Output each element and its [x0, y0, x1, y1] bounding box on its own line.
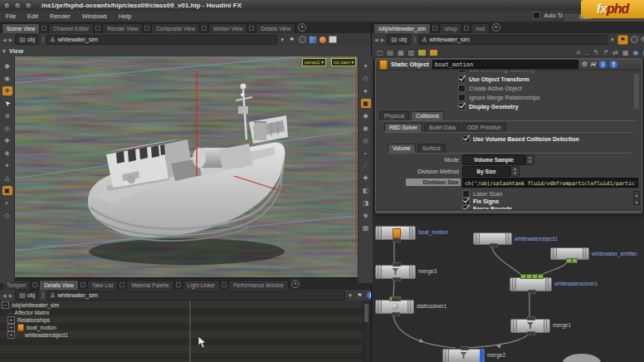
node-whitewatersolver1[interactable]: whitewatersolver1 [510, 277, 552, 291]
snap-points-icon[interactable]: ◇ [361, 74, 371, 83]
nav-forward-icon[interactable]: ▶ [381, 37, 385, 42]
tab-details-view-bottom[interactable]: Details View [39, 280, 79, 290]
node-right-cap[interactable] [409, 266, 415, 278]
scale-tool-icon[interactable]: ✚ [2, 136, 12, 145]
netview-jump-up-icon[interactable]: ↰ [593, 49, 599, 56]
node-staticsolver1[interactable]: staticsolver1 [375, 300, 414, 314]
tree-item-boat-motion[interactable]: + boat_motion [7, 324, 56, 331]
mode-dropdown[interactable]: Volume Sample [462, 154, 525, 165]
folder-new-icon[interactable] [418, 50, 426, 56]
snap-prims-icon[interactable]: ◆ [361, 111, 371, 120]
sculpt-tool-icon[interactable]: ▣ [2, 186, 12, 195]
snap-plus-icon[interactable]: ✚ [361, 174, 371, 183]
parameter-header[interactable]: Static Object ⚙ H i ? [376, 59, 642, 71]
info-icon[interactable]: i [599, 61, 607, 68]
expander-icon[interactable]: + [7, 331, 15, 339]
tab-performance-monitor[interactable]: Performance Monitor [228, 280, 289, 290]
snap-multi-icon[interactable]: ● [361, 86, 371, 95]
gear-icon[interactable]: ⚙ [582, 61, 588, 68]
window-close-button[interactable] [3, 2, 11, 9]
checkbox[interactable] [458, 94, 466, 101]
division-size-input[interactable] [462, 178, 638, 188]
tab-shop[interactable]: /shop [439, 23, 462, 33]
param-create-active-object[interactable]: Create Active Object [458, 85, 522, 92]
nav-back-icon[interactable]: ◀ [374, 37, 378, 42]
param-ignore-merge-relationships[interactable]: Ignore Merge Relationships [458, 94, 540, 101]
tab-render-view[interactable]: Render View [102, 23, 143, 33]
link-icon[interactable] [299, 36, 306, 43]
add-tab-icon[interactable]: + [291, 280, 300, 288]
checkbox[interactable] [458, 71, 466, 73]
menu-help[interactable]: Help [113, 11, 137, 22]
node-whitewaterobject1[interactable]: whitewaterobject1 [473, 232, 512, 245]
node-input-connector[interactable] [527, 316, 535, 320]
node-output-connector[interactable] [490, 243, 498, 247]
collapse-icon[interactable]: ▾ [361, 61, 371, 71]
folder-icon[interactable] [430, 50, 437, 56]
node-input-connector[interactable] [392, 297, 400, 301]
tab-obj-whitewater-sim[interactable]: /obj/whitewater_sim [373, 23, 431, 33]
path-dropdown-icon[interactable]: ▼ [348, 293, 353, 298]
menu-file[interactable]: File [0, 11, 22, 22]
parameter-scrollbar[interactable]: ▲ ▼ [633, 72, 640, 205]
shade-left-icon[interactable]: ◧ [361, 186, 371, 195]
tree-item-affector-matrix[interactable]: ─ Affector Matrix [8, 309, 49, 316]
param-display-geometry[interactable]: Display Geometry [458, 103, 519, 110]
handles-tool-icon[interactable]: ◬ [2, 174, 12, 183]
param-use-deforming-geometry[interactable]: Use Deforming Geometry [458, 71, 534, 73]
tab-out[interactable]: /out [471, 23, 490, 33]
snap-centers-icon[interactable]: ◉ [361, 124, 371, 133]
snap-tool-icon[interactable]: ✦ [2, 161, 12, 170]
select-tool-icon[interactable]: ➤ [0, 96, 13, 110]
view-tool-icon[interactable]: ✛ [2, 86, 12, 95]
link-icon[interactable] [631, 36, 638, 43]
tab-ode-primitive[interactable]: ODE Primitive [462, 123, 506, 132]
shade-right-icon[interactable]: ◨ [361, 198, 371, 208]
path-root-chip[interactable]: ▤obj [15, 34, 39, 45]
checkbox[interactable] [458, 103, 466, 110]
node-name-input[interactable] [432, 60, 578, 69]
scrollbar-thumb[interactable] [634, 74, 639, 109]
path-root-chip[interactable]: ▤obj [387, 34, 411, 45]
node-input-connector[interactable] [461, 346, 469, 350]
node-right-cap[interactable] [409, 227, 415, 239]
shade-diamond-icon[interactable]: ◈ [361, 211, 371, 220]
snap-edge-icon[interactable]: ∕ [361, 161, 371, 170]
viewport-3d-canvas[interactable] [0, 56, 372, 278]
display-shaded-icon[interactable] [320, 37, 326, 43]
auto-takes-checkbox[interactable] [533, 12, 540, 19]
path-node-field[interactable]: ♙ whitewater_sim [46, 35, 277, 45]
details-column-divider[interactable] [189, 301, 191, 362]
netview-gridsnap-icon[interactable]: ▦ [622, 49, 629, 56]
tree-item-whitewaterobject1[interactable]: + whitewaterobject1 [7, 331, 68, 339]
netview-more-icon[interactable]: ‥ [584, 49, 588, 56]
tab-collisions[interactable]: Collisions [411, 111, 444, 120]
no-cam-badge[interactable]: no cam ▾ [331, 58, 356, 66]
translate-tool-icon[interactable]: ⊕ [2, 111, 12, 120]
tab-rbd-solver[interactable]: RBD Solver [384, 123, 422, 132]
tab-composite-view[interactable]: Composite View [151, 23, 200, 33]
param-use-object-transform[interactable]: Use Object Transform [458, 76, 529, 83]
pane-type-icon[interactable]: ▾ [2, 47, 6, 55]
node-right-cap[interactable] [545, 278, 551, 291]
checkbox[interactable] [458, 85, 466, 92]
node-right-cap[interactable] [544, 320, 549, 332]
nav-forward-icon[interactable]: ▶ [9, 37, 13, 42]
mode-spinner[interactable]: ▲▼ [525, 154, 534, 165]
path-node-field[interactable]: ♙ whitewater_sim [418, 35, 607, 45]
node-right-cap[interactable] [407, 301, 413, 313]
scroll-up-icon[interactable]: ▲ [633, 191, 640, 198]
netview-detail-icon[interactable]: ▨ [408, 49, 415, 56]
display-geometry-icon[interactable] [309, 36, 317, 44]
menu-edit[interactable]: Edit [22, 11, 44, 22]
node-right-cap[interactable] [505, 233, 511, 244]
rotate-tool-icon[interactable]: ◎ [2, 124, 12, 133]
tab-take-list[interactable]: Take List [87, 280, 119, 290]
nav-forward-icon[interactable]: ▶ [9, 292, 13, 298]
division-size-label[interactable]: Division Size [406, 179, 461, 186]
node-output-connector[interactable] [528, 290, 536, 294]
path-dropdown-icon[interactable]: ▼ [610, 37, 615, 42]
node-input-connector[interactable] [393, 262, 401, 267]
checkbox[interactable] [462, 135, 470, 143]
node-right-cap[interactable] [583, 248, 588, 259]
